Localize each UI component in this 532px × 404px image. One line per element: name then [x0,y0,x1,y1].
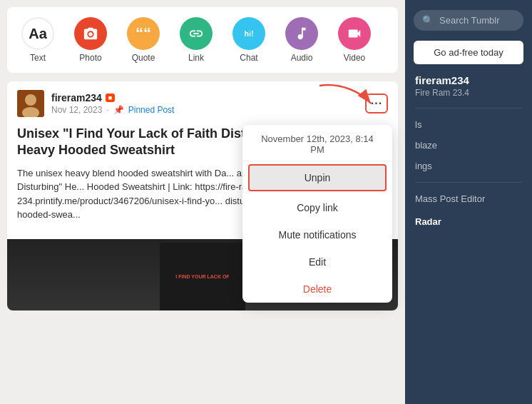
sidebar-divider-2 [415,182,522,183]
sidebar-profile-section: fireram234 Fire Ram 23.4 ls blaze ings [405,74,532,183]
dot-separator: · [106,105,108,115]
sweatshirt-image: I FIND YOUR LACK OF [160,243,245,310]
sidebar-item-blaze[interactable]: blaze [415,135,522,156]
sidebar-item-label: ings [415,161,432,171]
edit-button[interactable]: Edit [242,248,392,276]
quote-label: Quote [132,53,155,63]
audio-icon [285,17,318,50]
search-icon: 🔍 [422,15,434,26]
sidebar-item-label: blaze [415,140,437,151]
sidebar-mass-post-editor[interactable]: Mass Post Editor [405,188,532,209]
quote-icon: ““ [127,17,160,50]
avatar [17,90,44,117]
video-icon [338,17,371,50]
toolbar-audio[interactable]: Audio [285,17,318,63]
sidebar-item-ings[interactable]: ings [415,156,522,176]
post-date: Nov 12, 2023 [51,105,102,115]
post-date-pin: Nov 12, 2023 · 📌 Pinned Post [51,105,365,115]
text-icon: Aa [21,17,54,50]
text-label: Text [30,53,46,63]
dropdown-timestamp: November 12th, 2023, 8:14 PM [242,125,392,161]
toolbar-text[interactable]: Aa Text [21,17,54,63]
mass-post-editor-label: Mass Post Editor [415,193,485,204]
toolbar-chat[interactable]: hi! Chat [232,17,265,63]
main-content: Aa Text Photo ““ Quote Link hi! Chat [0,0,405,404]
svg-point-2 [25,94,36,106]
search-bar[interactable]: 🔍 [414,10,523,31]
toolbar-quote[interactable]: ““ Quote [127,17,160,63]
sidebar-display-name: Fire Ram 23.4 [415,88,522,98]
toolbar-link[interactable]: Link [180,17,213,63]
staff-badge: ■ [106,94,115,102]
sidebar-divider [415,108,522,108]
toolbar-photo[interactable]: Photo [74,17,107,63]
unpin-button[interactable]: Unpin [248,164,387,191]
post-header: fireram234 ■ Nov 12, 2023 · 📌 Pinned Pos… [7,81,398,126]
ad-free-button[interactable]: Go ad-free today [414,41,523,64]
photo-icon [74,17,107,50]
pin-icon: 📌 [113,105,124,115]
chat-label: Chat [240,53,257,63]
post-username: fireram234 [51,92,102,103]
link-label: Link [188,53,204,63]
dropdown-menu: November 12th, 2023, 8:14 PM Unpin Copy … [242,125,392,303]
svg-point-0 [88,32,93,36]
more-options-button[interactable]: ··· [365,94,388,113]
delete-button[interactable]: Delete [242,276,392,303]
link-icon [180,17,213,50]
chat-icon: hi! [232,17,265,50]
sidebar-item-ls[interactable]: ls [415,114,522,135]
mute-notifications-button[interactable]: Mute notifications [242,221,392,248]
photo-label: Photo [79,53,101,63]
toolbar-video[interactable]: Video [338,17,371,63]
pinned-post-label: Pinned Post [128,105,175,115]
video-label: Video [344,53,365,63]
audio-label: Audio [291,53,313,63]
username-row: fireram234 ■ [51,92,365,103]
copy-link-button[interactable]: Copy link [242,194,392,221]
sidebar: 🔍 Go ad-free today fireram234 Fire Ram 2… [405,0,532,404]
sidebar-radar-label: Radar [405,209,532,230]
sidebar-username: fireram234 [415,74,522,86]
post-toolbar: Aa Text Photo ““ Quote Link hi! Chat [7,7,398,73]
search-input[interactable] [439,15,515,26]
post-meta: fireram234 ■ Nov 12, 2023 · 📌 Pinned Pos… [51,92,365,115]
sidebar-item-label: ls [415,119,421,130]
